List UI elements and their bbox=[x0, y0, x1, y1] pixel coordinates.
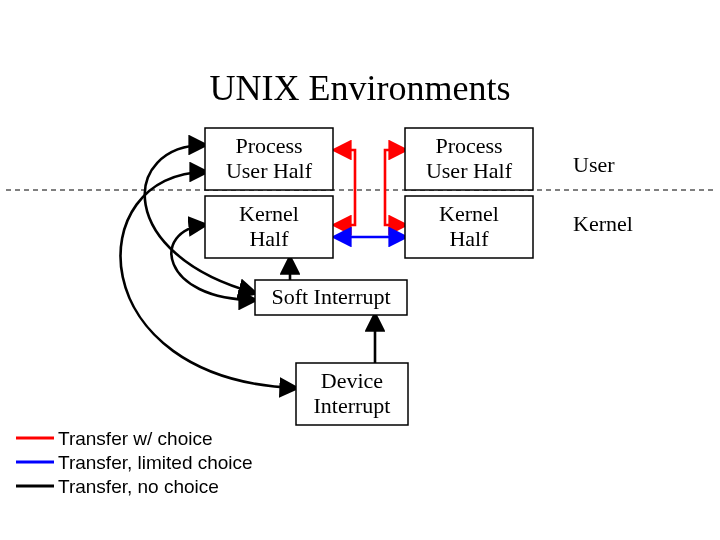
side-label-user: User bbox=[573, 152, 615, 177]
label-kernel-half-right-2: Half bbox=[449, 226, 489, 251]
arrow-red-right-hook bbox=[385, 150, 405, 225]
label-process-user-half-left-2: User Half bbox=[226, 158, 313, 183]
legend-label-red: Transfer w/ choice bbox=[58, 428, 213, 449]
label-kernel-half-right-1: Kernel bbox=[439, 201, 499, 226]
label-process-user-half-left-1: Process bbox=[235, 133, 302, 158]
legend-label-blue: Transfer, limited choice bbox=[58, 452, 253, 473]
label-kernel-half-left-1: Kernel bbox=[239, 201, 299, 226]
legend: Transfer w/ choice Transfer, limited cho… bbox=[16, 428, 253, 497]
arrow-red-left-hook bbox=[335, 150, 355, 225]
label-kernel-half-left-2: Half bbox=[249, 226, 289, 251]
side-label-kernel: Kernel bbox=[573, 211, 633, 236]
label-soft-interrupt: Soft Interrupt bbox=[271, 284, 390, 309]
label-device-interrupt-1: Device bbox=[321, 368, 383, 393]
label-process-user-half-right-2: User Half bbox=[426, 158, 513, 183]
page-title: UNIX Environments bbox=[210, 68, 511, 108]
diagram-canvas: UNIX Environments Process User Half Kern… bbox=[0, 0, 720, 540]
label-device-interrupt-2: Interrupt bbox=[314, 393, 391, 418]
legend-label-black: Transfer, no choice bbox=[58, 476, 219, 497]
label-process-user-half-right-1: Process bbox=[435, 133, 502, 158]
